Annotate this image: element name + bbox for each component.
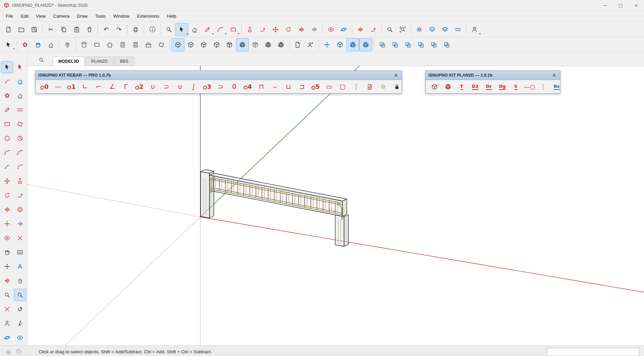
follow-me-left[interactable] xyxy=(14,189,26,201)
array-tool-6[interactable] xyxy=(440,38,453,51)
array-tool-5[interactable] xyxy=(427,38,440,51)
scene-tab-model3d[interactable]: MODEL3D xyxy=(53,57,85,66)
undo[interactable]: ↶ xyxy=(100,23,113,36)
zoom-extents-tool[interactable] xyxy=(396,23,409,36)
menu-help[interactable]: Help xyxy=(163,12,180,20)
plan2d-tool-dr[interactable]: Dr xyxy=(482,81,496,92)
walkthrough-tool[interactable] xyxy=(324,23,337,36)
open-folder[interactable] xyxy=(15,23,28,36)
zoom-selection[interactable] xyxy=(1,303,13,315)
plan2d-tool-bs[interactable]: Bs xyxy=(550,81,563,92)
rebar-shape-stirrup-open[interactable]: ⊓ xyxy=(255,81,268,92)
scale-tool[interactable] xyxy=(1,218,13,230)
flip-left[interactable] xyxy=(1,203,13,216)
rebar-shape-oval[interactable]: 0 xyxy=(227,81,241,92)
grab-tool[interactable] xyxy=(14,275,26,287)
move-tool[interactable] xyxy=(269,23,282,36)
look-around[interactable] xyxy=(14,332,26,344)
rebar-code-2[interactable]: 2 xyxy=(133,81,146,92)
dropdown-arrow-icon[interactable]: ▾ xyxy=(212,32,214,35)
select-tool-2[interactable]: ▾ xyxy=(2,38,15,51)
paint-bucket[interactable] xyxy=(32,38,44,51)
close-button[interactable]: × xyxy=(628,0,644,10)
style-dark-1[interactable] xyxy=(262,38,275,51)
dimension-tool[interactable]: A1 xyxy=(14,246,26,258)
search-sketchup[interactable] xyxy=(162,23,175,36)
minimize-button[interactable]: — xyxy=(597,0,613,10)
menu-view[interactable]: View xyxy=(32,12,49,20)
geolocation-status-icon[interactable]: ◎ xyxy=(5,348,12,356)
push-pull-left[interactable] xyxy=(14,175,26,187)
flip-along[interactable] xyxy=(1,275,13,287)
measurements-input[interactable] xyxy=(547,348,639,356)
array-tool-2[interactable] xyxy=(389,38,402,51)
eraser-left[interactable] xyxy=(14,75,26,87)
plan2d-close-icon[interactable]: × xyxy=(551,72,557,78)
arch-roof[interactable] xyxy=(142,38,155,51)
menu-extensions[interactable]: Extensions xyxy=(133,12,163,20)
three-point-arc[interactable] xyxy=(14,161,26,173)
menu-camera[interactable]: Camera xyxy=(49,12,73,20)
rebar-shape-s[interactable]: ∫ xyxy=(187,81,200,92)
rebar-toolbar-titlebar[interactable]: ISNUPNO KIT REBAR — PRO 1.0.7b × xyxy=(36,71,402,80)
plugin-inspector[interactable] xyxy=(413,23,426,36)
arc-left[interactable] xyxy=(1,146,13,159)
scene-tab-plan2d[interactable]: PLAN2D xyxy=(85,57,114,66)
rebar-beam-model[interactable] xyxy=(201,170,348,246)
help-status-icon[interactable]: ⓘ xyxy=(15,348,22,356)
dropdown-arrow-icon[interactable]: ▾ xyxy=(186,32,188,35)
rebar-shape-gamma[interactable]: Γ xyxy=(119,81,133,92)
walk-tool[interactable] xyxy=(14,317,26,330)
iso-view-1[interactable] xyxy=(346,38,359,51)
rebar-code-5[interactable]: 5 xyxy=(309,81,322,92)
style-hidden-line[interactable] xyxy=(210,38,223,51)
rebar-code-1[interactable]: 1 xyxy=(65,81,78,92)
zoom-tool[interactable] xyxy=(383,23,396,36)
select-tool[interactable]: ▾ xyxy=(175,23,188,36)
dropdown-arrow-icon[interactable]: ▾ xyxy=(238,32,239,35)
match-photo[interactable] xyxy=(1,232,13,244)
zoom-window[interactable] xyxy=(14,289,26,301)
rebar-menu-dots[interactable]: ⋮ xyxy=(349,81,363,92)
model-info[interactable]: ⓘ xyxy=(146,23,159,36)
mirror-tool[interactable] xyxy=(308,23,321,36)
eraser-tool-2[interactable] xyxy=(44,38,57,51)
bezier[interactable] xyxy=(1,161,13,173)
array-tool-4[interactable] xyxy=(415,38,427,51)
cut[interactable]: ✂ xyxy=(44,23,57,36)
plan2d-toolbar-titlebar[interactable]: ISNUPNO KIT PLAN2D — 1.0.1b × xyxy=(426,71,560,80)
array-tool-1[interactable] xyxy=(376,38,389,51)
push-pull-tool[interactable] xyxy=(243,23,256,36)
sign-in[interactable]: ▾ xyxy=(468,23,481,36)
smart-select[interactable] xyxy=(14,61,26,73)
plan2d-cube-3d[interactable] xyxy=(428,81,441,92)
style-back-edges[interactable] xyxy=(184,38,197,51)
3d-viewport[interactable] xyxy=(27,66,644,345)
rectangle[interactable] xyxy=(1,118,13,130)
line-left[interactable] xyxy=(1,104,13,116)
views-cube[interactable] xyxy=(334,38,346,51)
select-tool-left[interactable] xyxy=(1,61,13,73)
two-point-arc[interactable] xyxy=(14,146,26,159)
style-dark-2[interactable] xyxy=(275,38,287,51)
circle-tool[interactable] xyxy=(1,132,13,144)
paste[interactable] xyxy=(70,23,83,36)
delete[interactable] xyxy=(83,23,96,36)
rebar-code-4[interactable]: 4 xyxy=(241,81,255,92)
array-tool-3[interactable] xyxy=(402,38,415,51)
plugin-layers[interactable] xyxy=(426,23,439,36)
arch-house[interactable] xyxy=(103,38,116,51)
rebar-shape-stirrup-c[interactable]: ⊐ xyxy=(295,81,309,92)
rebar-lock[interactable] xyxy=(390,81,404,92)
plan2d-menu-dots[interactable]: ⋮ xyxy=(536,81,550,92)
rebar-shape-l[interactable]: ∟ xyxy=(78,81,92,92)
follow-me-tool[interactable] xyxy=(256,23,269,36)
3d-text-tool[interactable]: A xyxy=(14,260,26,273)
plugin-stack[interactable] xyxy=(439,23,451,36)
rebar-shape-stirrup-u[interactable]: ⌣ xyxy=(268,81,282,92)
style-wireframe[interactable] xyxy=(197,38,210,51)
freehand[interactable] xyxy=(14,104,26,116)
menu-tools[interactable]: Tools xyxy=(92,12,110,20)
dropdown-arrow-icon[interactable]: ▾ xyxy=(13,47,15,51)
menu-window[interactable]: Window xyxy=(109,12,133,20)
